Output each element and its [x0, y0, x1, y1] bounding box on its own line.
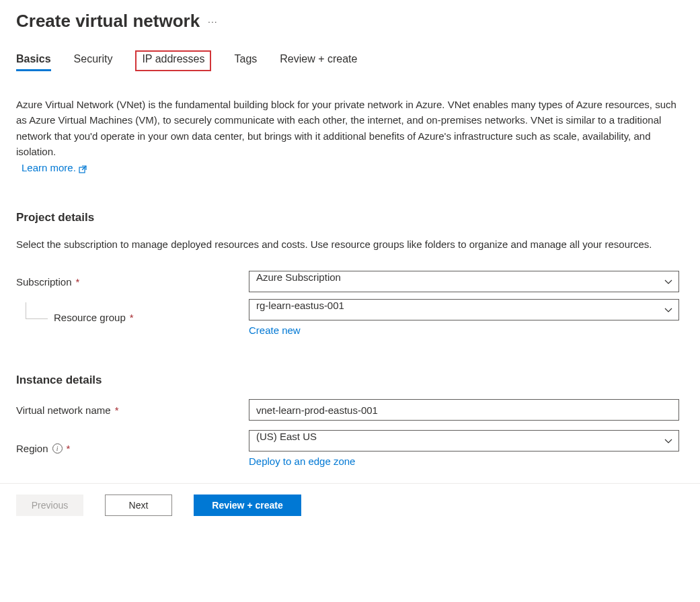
tab-tags[interactable]: Tags	[234, 53, 257, 71]
instance-details-section: Instance details Virtual network name * …	[16, 374, 684, 467]
required-marker: *	[67, 443, 71, 454]
region-row: Region i * (US) East US Deploy to an edg…	[16, 430, 684, 467]
required-marker: *	[115, 404, 119, 416]
project-details-title: Project details	[16, 211, 684, 224]
tab-review-create[interactable]: Review + create	[280, 53, 357, 71]
resource-group-select[interactable]: rg-learn-eastus-001	[249, 299, 679, 320]
tab-security[interactable]: Security	[74, 53, 113, 71]
review-create-button[interactable]: Review + create	[194, 494, 301, 516]
deploy-edge-link[interactable]: Deploy to an edge zone	[249, 456, 355, 467]
resource-group-label: Resource group *	[16, 312, 249, 323]
vnet-name-row: Virtual network name *	[16, 399, 684, 421]
previous-button: Previous	[16, 494, 83, 516]
region-label: Region i *	[16, 443, 249, 454]
create-new-link[interactable]: Create new	[249, 325, 301, 336]
region-select[interactable]: (US) East US	[249, 430, 679, 452]
footer-bar: Previous Next Review + create	[0, 483, 700, 527]
external-link-icon	[79, 164, 87, 172]
tab-basics[interactable]: Basics	[16, 53, 51, 71]
info-icon[interactable]: i	[52, 443, 63, 454]
required-marker: *	[76, 276, 80, 288]
more-icon[interactable]: ···	[208, 16, 218, 27]
project-details-description: Select the subscription to manage deploy…	[16, 236, 682, 252]
page-title: Create virtual network	[16, 11, 200, 32]
instance-details-title: Instance details	[16, 374, 684, 387]
resource-group-row: Resource group * rg-learn-eastus-001 Cre…	[16, 299, 684, 336]
subscription-label: Subscription *	[16, 276, 249, 288]
tab-ip-addresses[interactable]: IP addresses	[135, 50, 211, 71]
learn-more-label: Learn more.	[22, 162, 76, 173]
tabs-container: Basics Security IP addresses Tags Review…	[16, 53, 684, 71]
vnet-name-input[interactable]	[249, 399, 679, 421]
vnet-name-label: Virtual network name *	[16, 404, 249, 416]
page-header: Create virtual network ···	[16, 11, 684, 32]
subscription-select[interactable]: Azure Subscription	[249, 271, 679, 292]
project-details-section: Project details Select the subscription …	[16, 211, 684, 336]
intro-text: Azure Virtual Network (VNet) is the fund…	[16, 97, 682, 159]
next-button[interactable]: Next	[105, 494, 172, 516]
subscription-row: Subscription * Azure Subscription	[16, 271, 684, 292]
learn-more-link[interactable]: Learn more.	[22, 162, 87, 173]
required-marker: *	[130, 312, 134, 323]
